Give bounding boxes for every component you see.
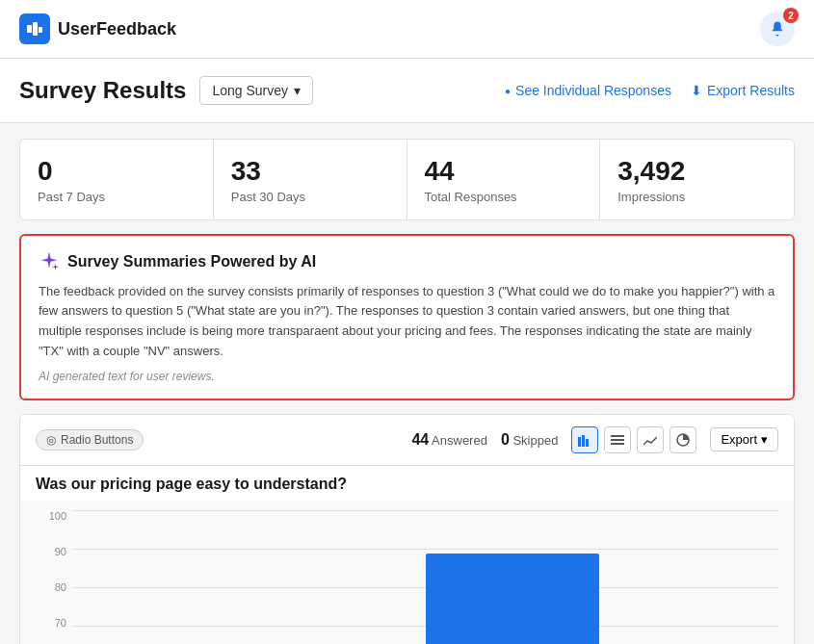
app-header: UserFeedback 2 <box>0 0 814 59</box>
chart-icons <box>571 426 696 453</box>
ai-sparkle-icon <box>39 251 60 272</box>
svg-rect-0 <box>27 25 32 33</box>
chart-area: 100 90 80 70 60 <box>20 501 794 644</box>
page-header: Survey Results Long Survey ▾ ● See Indiv… <box>0 59 814 123</box>
answered-count: 44 Answered <box>411 431 487 449</box>
stat-7days-label: Past 7 Days <box>38 190 196 204</box>
svg-rect-8 <box>611 443 624 445</box>
download-icon: ⬇ <box>691 83 702 98</box>
y-label-90: 90 <box>55 546 66 557</box>
notification-button[interactable]: 2 <box>760 12 795 46</box>
bar-chart-icon <box>578 433 591 447</box>
line-chart-icon <box>643 433 657 447</box>
page-header-left: Survey Results Long Survey ▾ <box>19 76 313 105</box>
ai-summary-title: Survey Summaries Powered by AI <box>67 253 316 270</box>
svg-rect-1 <box>33 22 38 36</box>
svg-rect-4 <box>582 435 585 447</box>
y-label-70: 70 <box>55 617 66 629</box>
stats-row: 0 Past 7 Days 33 Past 30 Days 44 Total R… <box>19 139 795 220</box>
svg-rect-5 <box>586 439 589 447</box>
ai-summary-box: Survey Summaries Powered by AI The feedb… <box>19 234 795 400</box>
main-content: 0 Past 7 Days 33 Past 30 Days 44 Total R… <box>0 123 814 644</box>
svg-rect-3 <box>578 437 581 447</box>
question-section: ◎ Radio Buttons 44 Answered 0 Skipped <box>19 414 795 644</box>
ai-summary-header: Survey Summaries Powered by AI <box>39 251 775 272</box>
app-name: UserFeedback <box>58 19 176 39</box>
chart-bar <box>426 554 599 644</box>
chart-plot <box>72 510 778 644</box>
stat-30days-value: 33 <box>231 155 389 188</box>
dot-icon: ● <box>505 86 511 96</box>
y-label-80: 80 <box>55 581 66 593</box>
stat-7days-value: 0 <box>38 155 196 188</box>
ai-summary-body: The feedback provided on the survey cons… <box>39 282 775 362</box>
question-header-left: ◎ Radio Buttons <box>36 429 144 451</box>
individual-responses-link[interactable]: ● See Individual Responses <box>505 83 671 98</box>
stat-7days: 0 Past 7 Days <box>20 140 214 219</box>
logo-icon <box>19 13 50 44</box>
question-header: ◎ Radio Buttons 44 Answered 0 Skipped <box>20 415 794 466</box>
svg-rect-7 <box>611 439 624 441</box>
export-button[interactable]: Export ▾ <box>710 427 778 451</box>
stat-impressions-value: 3,492 <box>617 155 776 188</box>
survey-dropdown[interactable]: Long Survey ▾ <box>199 76 313 105</box>
svg-rect-6 <box>611 435 624 437</box>
notification-badge: 2 <box>783 8 799 23</box>
stat-impressions-label: Impressions <box>617 190 776 204</box>
line-chart-icon-btn[interactable] <box>637 426 664 453</box>
stat-total: 44 Total Responses <box>407 140 601 219</box>
stat-total-label: Total Responses <box>425 190 583 204</box>
y-label-100: 100 <box>49 510 66 522</box>
list-chart-icon-btn[interactable] <box>604 426 631 453</box>
export-dropdown-arrow: ▾ <box>761 432 768 447</box>
skipped-count: 0 Skipped <box>501 431 559 449</box>
stat-impressions: 3,492 Impressions <box>600 140 794 219</box>
export-results-link[interactable]: ⬇ Export Results <box>691 83 795 98</box>
ai-generated-label: AI generated text for user reviews. <box>39 370 775 383</box>
header-right: 2 <box>760 12 795 46</box>
list-icon <box>611 433 624 447</box>
stat-30days: 33 Past 30 Days <box>214 140 407 219</box>
question-title: Was our pricing page easy to understand? <box>20 466 794 501</box>
question-type-badge: ◎ Radio Buttons <box>36 429 144 451</box>
pie-chart-icon <box>676 433 690 447</box>
svg-rect-2 <box>39 27 42 33</box>
stat-30days-label: Past 30 Days <box>231 190 389 204</box>
pie-chart-icon-btn[interactable] <box>670 426 696 453</box>
page-header-right: ● See Individual Responses ⬇ Export Resu… <box>505 83 795 98</box>
bar-chart-icon-btn[interactable] <box>571 426 598 453</box>
question-stats: 44 Answered 0 Skipped <box>411 426 778 453</box>
logo-area: UserFeedback <box>19 13 176 44</box>
dropdown-arrow: ▾ <box>294 83 301 98</box>
page-title: Survey Results <box>19 77 186 104</box>
stat-total-value: 44 <box>425 155 583 188</box>
survey-name: Long Survey <box>212 83 288 98</box>
radio-icon: ◎ <box>46 433 56 447</box>
